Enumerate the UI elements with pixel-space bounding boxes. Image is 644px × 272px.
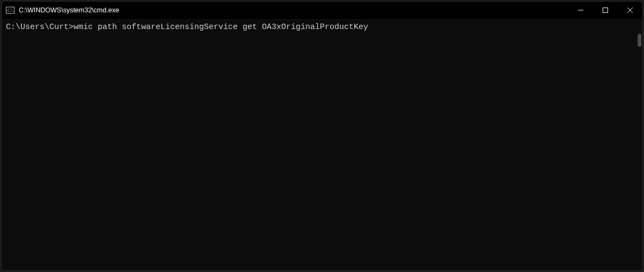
maximize-button[interactable]: [593, 2, 618, 19]
cmd-icon: C:\: [6, 6, 14, 15]
svg-text:C:\: C:\: [8, 8, 13, 13]
window-title: C:\WINDOWS\system32\cmd.exe: [19, 6, 119, 14]
titlebar-left: C:\ C:\WINDOWS\system32\cmd.exe: [6, 6, 119, 15]
cmd-window: C:\ C:\WINDOWS\system32\cmd.exe: [1, 1, 643, 271]
terminal-body[interactable]: C:\Users\Curt>wmic path softwareLicensin…: [2, 19, 642, 270]
svg-rect-3: [603, 8, 608, 13]
minimize-button[interactable]: [568, 2, 593, 19]
close-button[interactable]: [618, 2, 642, 19]
window-controls: [568, 2, 642, 19]
titlebar[interactable]: C:\ C:\WINDOWS\system32\cmd.exe: [2, 2, 642, 19]
prompt: C:\Users\Curt>: [6, 23, 74, 32]
scrollbar[interactable]: [636, 21, 641, 268]
command-text: wmic path softwareLicensingService get O…: [74, 23, 368, 32]
scrollbar-thumb[interactable]: [638, 34, 641, 47]
terminal-line: C:\Users\Curt>wmic path softwareLicensin…: [6, 22, 638, 33]
